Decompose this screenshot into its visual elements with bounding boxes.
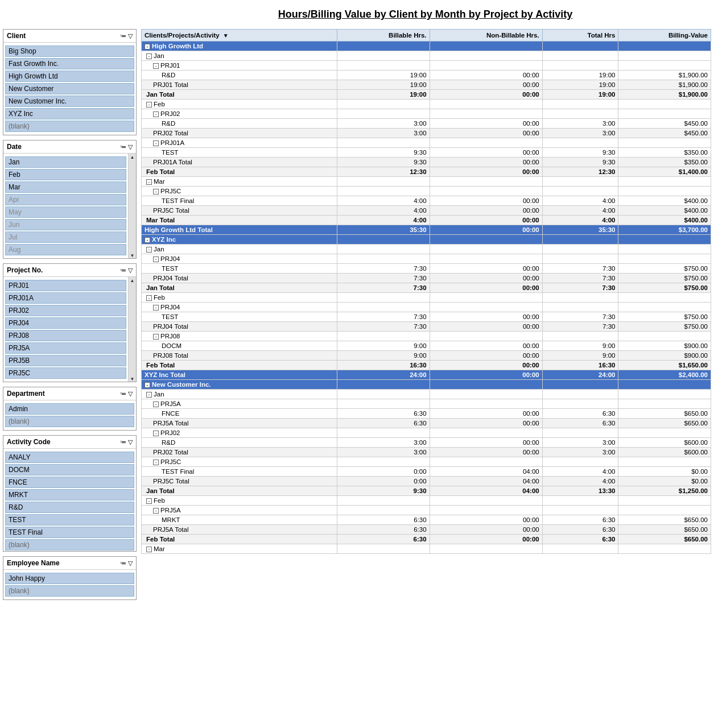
collapse-icon[interactable]: -: [153, 257, 159, 262]
collapse-icon[interactable]: -: [153, 334, 159, 340]
date-scrollbar[interactable]: ▲ ▼: [128, 154, 136, 258]
list-item[interactable]: Admin: [5, 403, 134, 415]
list-item[interactable]: PRJ08: [5, 330, 126, 341]
list-item[interactable]: PRJ01A: [5, 292, 126, 304]
list-item[interactable]: (blank): [5, 121, 134, 132]
collapse-icon[interactable]: -: [153, 460, 159, 465]
scroll-down-arrow[interactable]: ▼: [130, 253, 135, 258]
client-filter-header: Client ≔ ▽: [3, 30, 136, 43]
table-row: MRKT 6:3000:006:30$650.00: [142, 515, 711, 525]
project-scrollbar[interactable]: ▲ ▼: [128, 277, 136, 382]
list-item[interactable]: (blank): [5, 539, 134, 551]
collapse-icon[interactable]: -: [145, 237, 150, 243]
filter-icon[interactable]: ▽: [128, 390, 133, 398]
collapse-icon[interactable]: -: [153, 305, 159, 311]
project-label: -PRJ5C: [142, 187, 337, 196]
collapse-icon[interactable]: -: [153, 189, 159, 195]
list-item[interactable]: Jun: [5, 219, 126, 230]
list-item[interactable]: May: [5, 206, 126, 218]
list-item[interactable]: TEST: [5, 514, 134, 526]
list-item[interactable]: High Growth Ltd: [5, 71, 134, 82]
collapse-icon[interactable]: -: [146, 179, 152, 185]
list-item[interactable]: PRJ5C: [5, 367, 126, 379]
list-item[interactable]: Jul: [5, 231, 126, 243]
list-item[interactable]: ANALY: [5, 452, 134, 463]
nonbillable-cell: 00:00: [430, 71, 542, 80]
table-row: -Feb: [142, 100, 711, 109]
list-item[interactable]: John Happy: [5, 573, 134, 584]
table-row: PRJ5C Total 0:0004:004:00$0.00: [142, 477, 711, 486]
list-item[interactable]: XYZ Inc: [5, 108, 134, 119]
scroll-up-arrow[interactable]: ▲: [130, 155, 135, 160]
collapse-icon[interactable]: -: [145, 44, 150, 49]
list-item[interactable]: New Customer Inc.: [5, 96, 134, 107]
collapse-icon[interactable]: -: [153, 431, 159, 436]
collapse-icon[interactable]: -: [153, 402, 159, 407]
collapse-icon[interactable]: -: [146, 498, 152, 504]
list-item[interactable]: PRJ5B: [5, 355, 126, 366]
list-item[interactable]: Jan: [5, 156, 126, 168]
header-billable: Billable Hrs.: [337, 30, 430, 42]
list-item[interactable]: PRJ02: [5, 305, 126, 316]
sort-icon[interactable]: ≔: [120, 390, 126, 398]
collapse-icon[interactable]: -: [146, 247, 152, 253]
collapse-icon[interactable]: -: [153, 63, 159, 69]
employee-filter-icons: ≔ ▽: [120, 560, 133, 567]
list-item[interactable]: Mar: [5, 181, 126, 193]
collapse-icon[interactable]: -: [153, 111, 159, 117]
list-item[interactable]: TEST Final: [5, 527, 134, 538]
table-row: Feb Total 6:3000:006:30$650.00: [142, 535, 711, 544]
department-filter-list: Admin (blank): [3, 400, 136, 430]
list-item[interactable]: MRKT: [5, 489, 134, 500]
collapse-icon[interactable]: -: [146, 392, 152, 398]
month-total-label: Jan Total: [142, 283, 337, 293]
collapse-icon[interactable]: -: [146, 547, 152, 552]
sort-icon[interactable]: ≔: [120, 32, 126, 40]
sort-icon[interactable]: ≔: [120, 143, 126, 151]
project-filter-icons: ≔ ▽: [120, 267, 133, 274]
list-item[interactable]: Aug: [5, 244, 126, 255]
list-item[interactable]: (blank): [5, 416, 134, 427]
scroll-up-arrow[interactable]: ▲: [130, 278, 135, 283]
filter-icon[interactable]: ▽: [128, 32, 133, 40]
filter-icon[interactable]: ▽: [128, 560, 133, 567]
billing-cell: $1,900.00: [618, 80, 711, 90]
filter-icon[interactable]: ▽: [128, 439, 133, 446]
date-filter-header: Date ≔ ▽: [3, 140, 136, 154]
month-label: -Feb: [142, 496, 337, 506]
sort-icon[interactable]: ≔: [120, 439, 126, 446]
list-item[interactable]: (blank): [5, 585, 134, 597]
project-total-label: PRJ5C Total: [142, 477, 337, 486]
list-item[interactable]: Fast Growth Inc.: [5, 58, 134, 69]
list-item[interactable]: FNCE: [5, 477, 134, 488]
list-item[interactable]: New Customer: [5, 83, 134, 94]
table-row: -PRJ5A: [142, 506, 711, 515]
collapse-icon[interactable]: -: [153, 508, 159, 514]
collapse-icon[interactable]: -: [146, 295, 152, 301]
list-item[interactable]: PRJ5A: [5, 342, 126, 354]
filter-icon[interactable]: ▽: [128, 267, 133, 274]
client-filter-label: Client: [7, 32, 26, 40]
scroll-down-arrow[interactable]: ▼: [130, 377, 135, 382]
sort-icon[interactable]: ≔: [120, 560, 126, 567]
list-item[interactable]: PRJ04: [5, 317, 126, 329]
list-item[interactable]: Apr: [5, 194, 126, 205]
sort-icon[interactable]: ≔: [120, 267, 126, 274]
table-row: -New Customer Inc.: [142, 380, 711, 390]
collapse-icon[interactable]: -: [145, 382, 150, 388]
table-row: FNCE 6:3000:006:30$650.00: [142, 409, 711, 419]
list-item[interactable]: R&D: [5, 502, 134, 513]
collapse-icon[interactable]: -: [153, 140, 159, 146]
sort-filter-icon[interactable]: ▼: [223, 32, 229, 39]
list-item[interactable]: Big Shop: [5, 46, 134, 57]
collapse-icon[interactable]: -: [146, 102, 152, 107]
list-item[interactable]: Feb: [5, 169, 126, 180]
header-clients[interactable]: Clients/Projects/Activity ▼: [142, 30, 337, 42]
billable-cell: 19:00: [337, 80, 430, 90]
collapse-icon[interactable]: -: [146, 53, 152, 59]
table-row: -PRJ01: [142, 61, 711, 71]
list-item[interactable]: PRJ01: [5, 280, 126, 291]
list-item[interactable]: DOCM: [5, 464, 134, 475]
filter-icon[interactable]: ▽: [128, 143, 133, 151]
nonbillable-cell: 00:00: [430, 90, 542, 100]
